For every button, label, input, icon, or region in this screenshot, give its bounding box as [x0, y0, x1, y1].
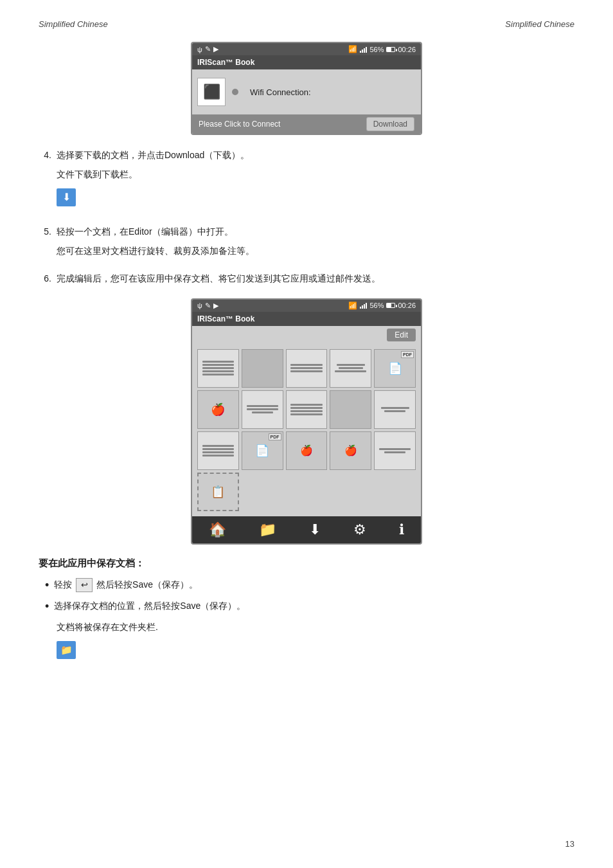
thumb-3[interactable] [286, 349, 328, 388]
step-5-sub: 您可在这里对文档进行旋转、裁剪及添加备注等。 [57, 244, 574, 258]
edit-btn-bar: Edit [192, 326, 421, 344]
phone-body-1: ⬛ Wifi Connection: [192, 69, 421, 114]
bullet-1-after: 然后轻按Save（保存）。 [96, 579, 198, 590]
thumb-1[interactable] [197, 349, 239, 388]
app-title-2: IRIScan™ Book [197, 314, 254, 323]
battery-pct-2: 56% [369, 302, 384, 309]
thumb-4[interactable] [330, 349, 371, 388]
download-indicator-icon: ⬇ [57, 188, 76, 206]
wifi-label: Wifi Connection: [250, 87, 311, 97]
bullet-2-text: 选择保存文档的位置，然后轻按Save（保存）。 [54, 599, 245, 615]
bullet-dot-1: • [45, 577, 49, 593]
thumb-7[interactable] [242, 390, 283, 429]
connect-label: Please Click to Connect [199, 120, 280, 129]
thumb-5[interactable]: 📄 PDF [374, 349, 416, 388]
step-5-section: 5. 轻按一个文档，在Editor（编辑器）中打开。 您可在这里对文档进行旋转、… [39, 224, 574, 258]
battery-pct: 56% [369, 46, 384, 53]
battery-icon-2 [386, 303, 395, 308]
bullet-item-2: • 选择保存文档的位置，然后轻按Save（保存）。 [45, 599, 574, 615]
bullet-1-text: 轻按 ↩ 然后轻按Save（保存）。 [54, 577, 198, 593]
edit-icon: ✎ [205, 45, 211, 53]
section-heading: 要在此应用中保存文档： [39, 557, 574, 570]
page-number: 13 [565, 839, 574, 849]
thumb-9[interactable] [330, 390, 371, 429]
signal-bars-2 [360, 302, 367, 309]
thumb-6[interactable]: 🍎 [197, 390, 239, 429]
header-right: Simplified Chinese [505, 19, 574, 29]
status-right-2: 📶 56% 00:26 [348, 302, 416, 310]
phone-nav-bar: 🏠 📁 ⬇ ⚙ ℹ [192, 516, 421, 543]
phone-title-bar-1: IRIScan™ Book [192, 55, 421, 69]
time-display: 00:26 [398, 46, 416, 53]
download-nav-icon[interactable]: ⬇ [309, 521, 321, 538]
bullet-item-1: • 轻按 ↩ 然后轻按Save（保存）。 [45, 577, 574, 593]
thumb-13[interactable]: 🍎 [286, 431, 328, 470]
edit-icon-2: ✎ [205, 302, 211, 310]
folder-indicator-icon: 📁 [57, 641, 76, 659]
step-4-sub: 文件下载到下载栏。 [57, 167, 574, 181]
thumb-14[interactable]: 🍎 [330, 431, 371, 470]
signal-bars [360, 46, 367, 53]
phone-icon-2: ψ [197, 302, 202, 309]
page-header: Simplified Chinese Simplified Chinese [39, 19, 574, 29]
step-4-section: 4. 选择要下载的文档，并点击Download（下载）。 文件下载到下载栏。 ⬇ [39, 148, 574, 212]
play-icon: ▶ [213, 45, 218, 53]
save-icon-btn[interactable]: ↩ [76, 578, 93, 592]
step-5-text: 轻按一个文档，在Editor（编辑器）中打开。 [57, 224, 233, 239]
step-6-text: 完成编辑后，您可在该应用中保存文档、将它们发送到其它应用或通过邮件发送。 [57, 271, 380, 285]
info-nav-icon[interactable]: ℹ [399, 521, 404, 538]
step-6-item: 6. 完成编辑后，您可在该应用中保存文档、将它们发送到其它应用或通过邮件发送。 [39, 271, 574, 285]
folder-nav-icon[interactable]: 📁 [259, 521, 276, 538]
bullet-1-before: 轻按 [54, 579, 72, 590]
header-left: Simplified Chinese [39, 19, 108, 29]
thumb-12[interactable]: 📄 PDF [242, 431, 283, 470]
step-4-num: 4. [39, 148, 51, 162]
step-6-section: 6. 完成编辑后，您可在该应用中保存文档、将它们发送到其它应用或通过邮件发送。 [39, 271, 574, 285]
scan-icon: ⬛ [203, 84, 220, 100]
scan-icon-box: ⬛ [197, 78, 226, 106]
thumb-new-doc[interactable]: 📋 [197, 473, 239, 511]
wifi-icon-2: 📶 [348, 302, 357, 310]
thumb-2[interactable] [242, 349, 283, 388]
status-left-2: ψ ✎ ▶ [197, 302, 218, 310]
download-button[interactable]: Download [366, 117, 414, 131]
step-4-item: 4. 选择要下载的文档，并点击Download（下载）。 [39, 148, 574, 162]
edit-button[interactable]: Edit [387, 329, 416, 341]
step-4-text: 选择要下载的文档，并点击Download（下载）。 [57, 148, 249, 162]
phone-mockup-1: ψ ✎ ▶ 📶 56% 00:26 IRIScan™ Book ⬛ Wifi C… [191, 42, 422, 135]
status-bar-2: ψ ✎ ▶ 📶 56% 00:26 [192, 300, 421, 312]
bullet-dot-2: • [45, 599, 49, 615]
play-icon-2: ▶ [213, 302, 218, 310]
settings-nav-icon[interactable]: ⚙ [353, 521, 366, 538]
document-grid: 📄 PDF 🍎 📄 PDF 🍎 [192, 344, 421, 516]
thumb-8[interactable] [286, 390, 328, 429]
status-bar-1: ψ ✎ ▶ 📶 56% 00:26 [192, 43, 421, 55]
status-dot [232, 89, 238, 95]
thumb-15[interactable] [374, 431, 416, 470]
step-5-item: 5. 轻按一个文档，在Editor（编辑器）中打开。 [39, 224, 574, 239]
phone-mockup-2: ψ ✎ ▶ 📶 56% 00:26 IRIScan™ Book Edit [191, 298, 422, 545]
phone-title-bar-2: IRIScan™ Book [192, 312, 421, 326]
home-nav-icon[interactable]: 🏠 [209, 521, 226, 538]
phone-bottom-bar-1: Please Click to Connect Download [192, 114, 421, 134]
status-right-1: 📶 56% 00:26 [348, 45, 416, 53]
phone-icon: ψ [197, 46, 202, 53]
status-left-1: ψ ✎ ▶ [197, 45, 218, 53]
step-5-num: 5. [39, 224, 51, 239]
battery-icon [386, 47, 395, 52]
thumb-11[interactable] [197, 431, 239, 470]
bullet-2-sub: 文档将被保存在文件夹栏. [57, 620, 574, 634]
step-6-num: 6. [39, 271, 51, 285]
app-title-1: IRIScan™ Book [197, 58, 254, 67]
time-display-2: 00:26 [398, 302, 416, 309]
wifi-icon: 📶 [348, 45, 357, 53]
thumb-10[interactable] [374, 390, 416, 429]
